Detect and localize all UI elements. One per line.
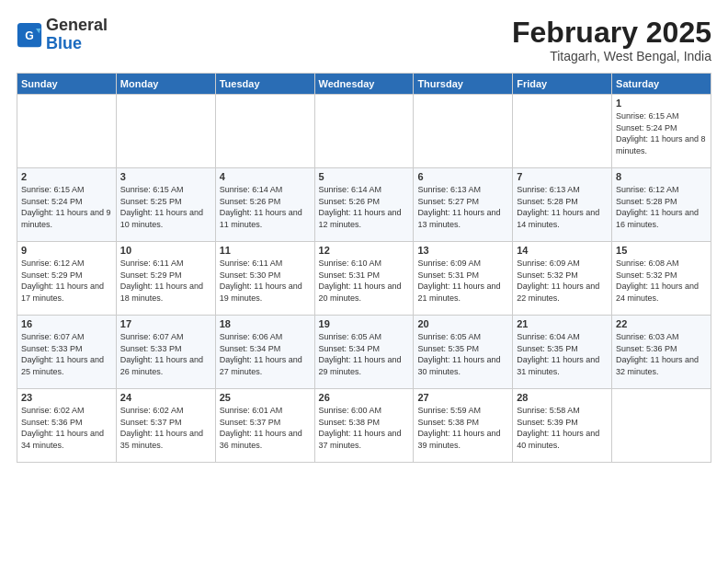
header-friday: Friday [513, 74, 612, 95]
day-number: 9 [21, 245, 112, 256]
day-cell [17, 95, 117, 168]
day-cell: 27Sunrise: 5:59 AM Sunset: 5:38 PM Dayli… [414, 389, 513, 463]
day-info: Sunrise: 6:15 AM Sunset: 5:25 PM Dayligh… [120, 184, 211, 230]
day-number: 28 [517, 392, 608, 403]
day-number: 22 [616, 318, 707, 329]
day-cell [612, 389, 711, 463]
day-number: 5 [319, 171, 410, 182]
day-number: 26 [319, 392, 410, 403]
day-info: Sunrise: 6:06 AM Sunset: 5:34 PM Dayligh… [220, 331, 311, 377]
day-number: 17 [120, 318, 211, 329]
logo-general-text: General [46, 16, 108, 34]
location: Titagarh, West Bengal, India [512, 49, 711, 63]
day-cell: 15Sunrise: 6:08 AM Sunset: 5:32 PM Dayli… [612, 242, 711, 316]
day-cell [116, 95, 215, 168]
header: G General Blue February 2025 Titagarh, W… [17, 17, 711, 63]
day-cell: 21Sunrise: 6:04 AM Sunset: 5:35 PM Dayli… [513, 316, 612, 389]
day-info: Sunrise: 6:04 AM Sunset: 5:35 PM Dayligh… [517, 331, 608, 377]
header-thursday: Thursday [414, 74, 513, 95]
day-cell [314, 95, 414, 168]
day-info: Sunrise: 6:11 AM Sunset: 5:30 PM Dayligh… [220, 258, 311, 304]
calendar: Sunday Monday Tuesday Wednesday Thursday… [17, 73, 711, 463]
day-cell: 3Sunrise: 6:15 AM Sunset: 5:25 PM Daylig… [116, 168, 215, 242]
day-number: 12 [319, 245, 410, 256]
day-cell: 14Sunrise: 6:09 AM Sunset: 5:32 PM Dayli… [513, 242, 612, 316]
day-info: Sunrise: 6:05 AM Sunset: 5:35 PM Dayligh… [417, 331, 508, 377]
day-number: 21 [517, 318, 608, 329]
day-info: Sunrise: 6:03 AM Sunset: 5:36 PM Dayligh… [616, 331, 707, 377]
day-cell: 26Sunrise: 6:00 AM Sunset: 5:38 PM Dayli… [314, 389, 414, 463]
calendar-header-row: Sunday Monday Tuesday Wednesday Thursday… [17, 74, 711, 95]
day-cell: 7Sunrise: 6:13 AM Sunset: 5:28 PM Daylig… [513, 168, 612, 242]
day-number: 2 [21, 171, 112, 182]
header-tuesday: Tuesday [215, 74, 314, 95]
day-info: Sunrise: 6:14 AM Sunset: 5:26 PM Dayligh… [319, 184, 410, 230]
day-info: Sunrise: 6:14 AM Sunset: 5:26 PM Dayligh… [220, 184, 311, 230]
day-info: Sunrise: 5:58 AM Sunset: 5:39 PM Dayligh… [517, 405, 608, 451]
day-number: 6 [417, 171, 508, 182]
day-number: 7 [517, 171, 608, 182]
day-cell: 19Sunrise: 6:05 AM Sunset: 5:34 PM Dayli… [314, 316, 414, 389]
week-row-2: 2Sunrise: 6:15 AM Sunset: 5:24 PM Daylig… [17, 168, 711, 242]
day-info: Sunrise: 6:09 AM Sunset: 5:31 PM Dayligh… [417, 258, 508, 304]
day-cell: 28Sunrise: 5:58 AM Sunset: 5:39 PM Dayli… [513, 389, 612, 463]
day-number: 19 [319, 318, 410, 329]
day-number: 3 [120, 171, 211, 182]
day-number: 4 [220, 171, 311, 182]
day-cell: 6Sunrise: 6:13 AM Sunset: 5:27 PM Daylig… [414, 168, 513, 242]
logo-blue-text: Blue [46, 34, 82, 52]
day-cell: 11Sunrise: 6:11 AM Sunset: 5:30 PM Dayli… [215, 242, 314, 316]
week-row-1: 1Sunrise: 6:15 AM Sunset: 5:24 PM Daylig… [17, 95, 711, 168]
day-info: Sunrise: 6:10 AM Sunset: 5:31 PM Dayligh… [319, 258, 410, 304]
svg-text:G: G [25, 29, 34, 42]
day-info: Sunrise: 6:11 AM Sunset: 5:29 PM Dayligh… [120, 258, 211, 304]
week-row-4: 16Sunrise: 6:07 AM Sunset: 5:33 PM Dayli… [17, 316, 711, 389]
day-cell: 9Sunrise: 6:12 AM Sunset: 5:29 PM Daylig… [17, 242, 117, 316]
day-info: Sunrise: 6:07 AM Sunset: 5:33 PM Dayligh… [21, 331, 112, 377]
day-cell [414, 95, 513, 168]
day-number: 13 [417, 245, 508, 256]
day-cell: 12Sunrise: 6:10 AM Sunset: 5:31 PM Dayli… [314, 242, 414, 316]
day-cell: 24Sunrise: 6:02 AM Sunset: 5:37 PM Dayli… [116, 389, 215, 463]
page: G General Blue February 2025 Titagarh, W… [0, 0, 728, 563]
day-number: 27 [417, 392, 508, 403]
week-row-3: 9Sunrise: 6:12 AM Sunset: 5:29 PM Daylig… [17, 242, 711, 316]
day-number: 20 [417, 318, 508, 329]
header-sunday: Sunday [17, 74, 117, 95]
day-number: 25 [220, 392, 311, 403]
day-info: Sunrise: 6:12 AM Sunset: 5:29 PM Dayligh… [21, 258, 112, 304]
day-number: 11 [220, 245, 311, 256]
day-cell: 8Sunrise: 6:12 AM Sunset: 5:28 PM Daylig… [612, 168, 711, 242]
day-cell: 16Sunrise: 6:07 AM Sunset: 5:33 PM Dayli… [17, 316, 117, 389]
day-cell: 1Sunrise: 6:15 AM Sunset: 5:24 PM Daylig… [612, 95, 711, 168]
day-number: 18 [220, 318, 311, 329]
header-wednesday: Wednesday [314, 74, 414, 95]
day-info: Sunrise: 6:15 AM Sunset: 5:24 PM Dayligh… [616, 110, 707, 156]
day-info: Sunrise: 6:08 AM Sunset: 5:32 PM Dayligh… [616, 258, 707, 304]
day-number: 24 [120, 392, 211, 403]
day-cell: 13Sunrise: 6:09 AM Sunset: 5:31 PM Dayli… [414, 242, 513, 316]
day-cell: 22Sunrise: 6:03 AM Sunset: 5:36 PM Dayli… [612, 316, 711, 389]
day-cell: 23Sunrise: 6:02 AM Sunset: 5:36 PM Dayli… [17, 389, 117, 463]
header-saturday: Saturday [612, 74, 711, 95]
header-monday: Monday [116, 74, 215, 95]
day-cell: 20Sunrise: 6:05 AM Sunset: 5:35 PM Dayli… [414, 316, 513, 389]
day-cell: 2Sunrise: 6:15 AM Sunset: 5:24 PM Daylig… [17, 168, 117, 242]
logo: G General Blue [17, 17, 108, 53]
day-info: Sunrise: 6:13 AM Sunset: 5:28 PM Dayligh… [517, 184, 608, 230]
day-cell: 17Sunrise: 6:07 AM Sunset: 5:33 PM Dayli… [116, 316, 215, 389]
day-number: 15 [616, 245, 707, 256]
day-cell: 4Sunrise: 6:14 AM Sunset: 5:26 PM Daylig… [215, 168, 314, 242]
day-info: Sunrise: 6:07 AM Sunset: 5:33 PM Dayligh… [120, 331, 211, 377]
day-number: 16 [21, 318, 112, 329]
day-info: Sunrise: 6:15 AM Sunset: 5:24 PM Dayligh… [21, 184, 112, 230]
day-info: Sunrise: 6:13 AM Sunset: 5:27 PM Dayligh… [417, 184, 508, 230]
day-cell: 18Sunrise: 6:06 AM Sunset: 5:34 PM Dayli… [215, 316, 314, 389]
day-number: 14 [517, 245, 608, 256]
day-number: 1 [616, 98, 707, 109]
day-info: Sunrise: 6:01 AM Sunset: 5:37 PM Dayligh… [220, 405, 311, 451]
week-row-5: 23Sunrise: 6:02 AM Sunset: 5:36 PM Dayli… [17, 389, 711, 463]
logo-icon: G [17, 22, 42, 48]
title-block: February 2025 Titagarh, West Bengal, Ind… [512, 17, 711, 63]
day-info: Sunrise: 6:09 AM Sunset: 5:32 PM Dayligh… [517, 258, 608, 304]
